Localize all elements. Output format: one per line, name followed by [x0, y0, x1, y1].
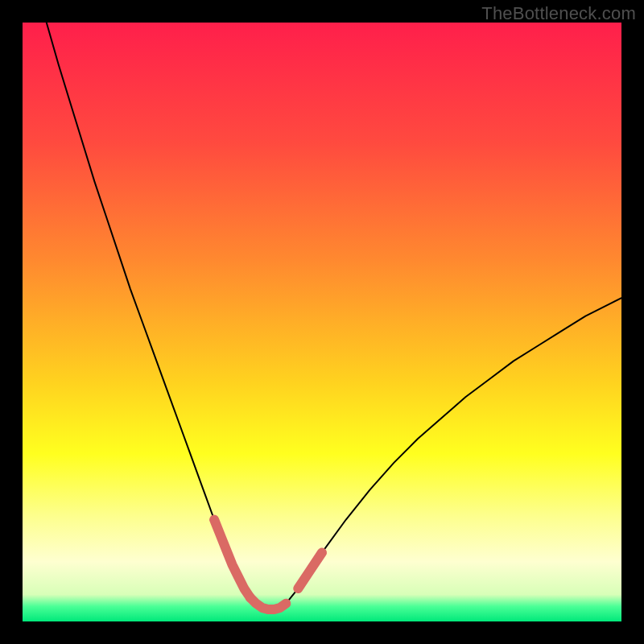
watermark-text: TheBottleneck.com — [481, 3, 636, 24]
chart-frame: TheBottleneck.com — [0, 0, 644, 644]
gradient-background — [23, 23, 621, 621]
bottleneck-chart — [23, 23, 621, 621]
plot-area — [23, 23, 621, 621]
